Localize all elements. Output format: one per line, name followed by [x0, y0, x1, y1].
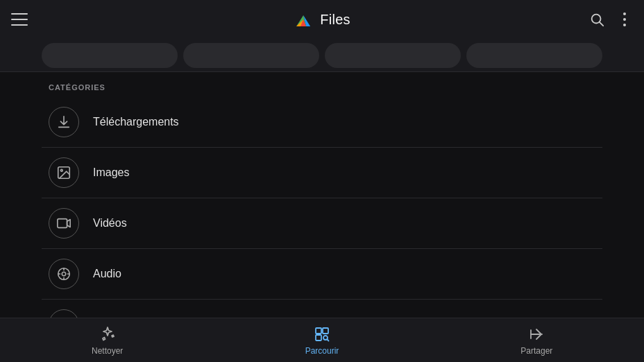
app-title: Files — [320, 12, 350, 28]
download-icon — [49, 107, 79, 137]
bottom-navigation: Nettoyer Parcourir Partager — [0, 318, 644, 362]
tab-3[interactable] — [325, 43, 461, 68]
audio-label: Audio — [93, 268, 121, 280]
browse-nav-icon — [313, 325, 331, 343]
svg-point-5 — [623, 24, 626, 26]
videos-icon — [49, 208, 79, 239]
main-content: CATÉGORIES Téléchargements Images — [0, 72, 644, 318]
svg-point-3 — [623, 12, 626, 15]
svg-point-4 — [623, 18, 626, 21]
nav-item-clean[interactable]: Nettoyer — [0, 320, 214, 361]
images-icon — [49, 157, 79, 188]
app-logo-icon — [294, 10, 313, 29]
search-button[interactable] — [588, 11, 605, 28]
tabs-row — [0, 39, 644, 72]
app-title-area: Files — [294, 10, 350, 29]
images-label: Images — [93, 166, 129, 179]
nav-item-share[interactable]: Partager — [430, 320, 644, 361]
svg-rect-8 — [58, 219, 67, 228]
categories-heading: CATÉGORIES — [42, 72, 602, 97]
list-item-audio[interactable]: Audio — [42, 249, 602, 300]
clean-nav-label: Nettoyer — [92, 346, 123, 356]
browse-nav-label: Parcourir — [305, 346, 339, 356]
svg-line-2 — [600, 22, 603, 26]
list-item-videos[interactable]: Vidéos — [42, 198, 602, 249]
svg-line-19 — [327, 339, 328, 341]
top-app-bar: Files — [0, 0, 644, 39]
list-item-downloads[interactable]: Téléchargements — [42, 97, 602, 148]
tab-2[interactable] — [183, 43, 319, 68]
svg-point-10 — [62, 272, 66, 276]
share-nav-icon — [527, 325, 545, 343]
list-item-images[interactable]: Images — [42, 148, 602, 198]
svg-point-7 — [60, 169, 62, 171]
clean-nav-icon — [99, 325, 117, 343]
list-item-documents[interactable]: Documents et autres — [42, 300, 602, 318]
share-nav-label: Partager — [520, 346, 552, 356]
tab-4[interactable] — [466, 43, 602, 68]
tab-1[interactable] — [42, 43, 178, 68]
menu-button[interactable] — [11, 11, 28, 28]
nav-item-browse[interactable]: Parcourir — [214, 320, 429, 361]
more-options-button[interactable] — [616, 11, 633, 28]
downloads-label: Téléchargements — [93, 116, 179, 128]
documents-icon — [49, 309, 79, 318]
svg-rect-16 — [323, 328, 328, 334]
audio-icon — [49, 259, 79, 289]
top-bar-actions — [588, 11, 633, 28]
svg-rect-17 — [316, 335, 321, 341]
videos-label: Vidéos — [93, 217, 127, 230]
svg-rect-15 — [316, 328, 321, 334]
